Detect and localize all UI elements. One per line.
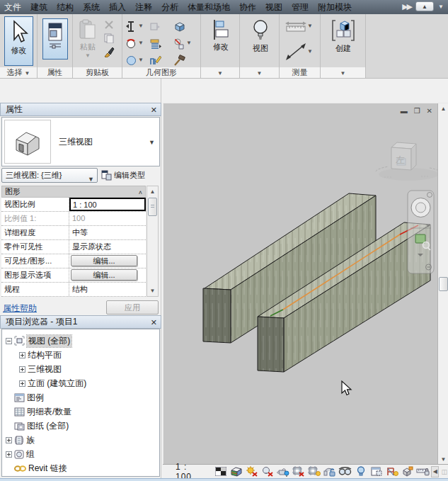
highlight-displacement-sets-icon[interactable] — [401, 465, 414, 477]
viewcube[interactable]: 左 — [376, 142, 438, 181]
properties-palette-header[interactable]: 属性 ✕ — [0, 103, 161, 116]
tab-massing-site[interactable]: 体量和场地 — [188, 1, 230, 13]
sun-path-off-icon[interactable] — [245, 465, 258, 477]
properties-toggle-button[interactable] — [42, 18, 68, 60]
show-rendering-dialog-icon[interactable] — [276, 465, 289, 477]
panel-clipboard-label[interactable]: 剪贴板 — [73, 67, 122, 78]
measure-between-button[interactable]: ▼ — [285, 43, 313, 61]
cut-icon[interactable] — [104, 20, 114, 30]
tab-collaborate[interactable]: 协作 — [239, 1, 256, 13]
expand-icon[interactable] — [19, 380, 25, 387]
visibility-edit-button[interactable]: 编辑... — [71, 255, 137, 266]
scroll-up-icon[interactable]: ▲ — [438, 103, 448, 114]
project-browser-close-icon[interactable]: ✕ — [151, 317, 157, 329]
show-crop-region-icon[interactable] — [307, 465, 321, 477]
reveal-hidden-elements-icon[interactable] — [354, 465, 367, 477]
view-minimize-icon[interactable]: ▬ — [401, 107, 408, 115]
drawing-area[interactable]: 左 ▬ ❐ ✕ ▲ — [163, 103, 448, 464]
hscroll-left-icon[interactable]: ◀ — [431, 466, 439, 477]
create-panel-button[interactable]: 创建 — [328, 16, 358, 66]
modify-panel-button[interactable]: 修改 — [207, 16, 235, 66]
edit-type-button[interactable]: 编辑类型 — [101, 168, 161, 183]
panel-geometry-label[interactable]: 几何图形 — [122, 67, 200, 78]
properties-scrollbar[interactable]: ▲ ▼ — [147, 186, 159, 297]
minimize-ribbon-button[interactable]: ▲ — [415, 1, 434, 11]
viewport-vertical-scrollbar[interactable]: ▲ ▼ — [437, 103, 448, 465]
view-close-icon[interactable]: ✕ — [427, 107, 432, 115]
ribbon-state-caret-icon[interactable]: ▼ — [438, 4, 444, 10]
navigation-bar[interactable] — [408, 191, 434, 273]
tab-addins[interactable]: 附加模块 — [318, 1, 352, 13]
tree-item-3d-views[interactable]: 三维视图 — [2, 362, 159, 376]
paste-button[interactable]: 粘贴 ▼ — [76, 16, 100, 66]
section-graphics[interactable]: 图形 ˄ — [1, 186, 146, 198]
unlocked-3d-view-icon[interactable] — [323, 465, 336, 477]
tab-manage[interactable]: 管理 — [292, 1, 309, 13]
tab-insert[interactable]: 插入 — [109, 1, 126, 13]
join-geometry-button[interactable]: ▼ — [125, 35, 149, 52]
tree-item-structural-plans[interactable]: 结构平面 — [2, 348, 159, 362]
expand-icon[interactable] — [19, 366, 25, 373]
visual-style-icon[interactable] — [229, 465, 243, 477]
parts-visibility-value[interactable]: 显示原状态 — [69, 240, 146, 254]
tree-item-sheets[interactable]: 图纸 (全部) — [2, 419, 159, 433]
panel-view-caret[interactable]: ▼ — [240, 67, 279, 78]
project-browser-header[interactable]: 项目浏览器 - 项目1 ✕ — [0, 315, 161, 329]
properties-scroll-thumb[interactable] — [148, 198, 157, 216]
tab-overflow-icon[interactable]: ▶▶ — [402, 2, 411, 11]
collapse-icon[interactable] — [6, 338, 12, 344]
view-panel-button[interactable]: 视图 — [246, 16, 275, 66]
discipline-value[interactable]: 结构 — [69, 283, 146, 296]
graphic-display-edit-button[interactable]: 编辑... — [71, 269, 137, 281]
crop-view-off-icon[interactable] — [292, 465, 305, 477]
expand-icon[interactable] — [6, 437, 12, 443]
tab-structure[interactable]: 结构 — [57, 1, 74, 13]
tab-systems[interactable]: 系统 — [83, 1, 100, 13]
panel-properties-label[interactable]: 属性 — [38, 67, 72, 78]
panel-select-label[interactable]: 选择 ▼ — [0, 67, 37, 78]
paint-button[interactable] — [173, 18, 197, 35]
reveal-constraints-icon[interactable] — [416, 465, 430, 477]
temporary-view-properties-icon[interactable] — [369, 465, 383, 477]
section-collapse-icon[interactable]: ˄ — [139, 188, 142, 198]
tab-view[interactable]: 视图 — [265, 1, 282, 13]
tab-architecture[interactable]: 建筑 — [30, 1, 47, 13]
split-element-button[interactable] — [149, 52, 173, 69]
show-analytical-model-icon[interactable] — [385, 465, 398, 477]
scroll-down-icon[interactable]: ▼ — [438, 454, 448, 465]
tree-item-families[interactable]: 族 — [2, 433, 159, 447]
detail-level-icon[interactable] — [214, 465, 227, 477]
scroll-up-icon[interactable]: ▲ — [147, 186, 158, 197]
cut-geometry-button[interactable] — [149, 18, 173, 35]
tab-file[interactable]: 文件 — [4, 1, 21, 13]
view-scale-value[interactable]: 1 : 100 — [69, 198, 146, 211]
unjoin-geometry-button[interactable]: ▼ — [173, 35, 197, 52]
shadows-off-icon[interactable] — [260, 465, 274, 477]
tab-analyze[interactable]: 分析 — [161, 1, 178, 13]
type-dropdown-caret-icon[interactable]: ▼ — [149, 139, 155, 146]
tree-item-views[interactable]: 视图 (全部) — [2, 334, 159, 348]
viewport-scroll-thumb[interactable] — [439, 277, 448, 291]
demolish-button[interactable] — [173, 52, 197, 69]
properties-help-link[interactable]: 属性帮助 — [3, 302, 37, 315]
beam-join-button[interactable]: ▼ — [125, 52, 149, 69]
type-selector[interactable]: 三维视图 ▼ — [1, 117, 160, 166]
tree-item-groups[interactable]: 组 — [2, 447, 159, 461]
copy-icon[interactable] — [104, 33, 114, 43]
apply-button[interactable]: 应用 — [106, 300, 159, 315]
measure-dimension-button[interactable]: ▼ — [285, 20, 313, 33]
panel-create-caret[interactable]: ▼ — [321, 67, 365, 78]
tree-item-schedules[interactable]: 明细表/数量 — [2, 404, 159, 419]
properties-close-icon[interactable]: ✕ — [151, 104, 157, 116]
tree-item-elevations[interactable]: 立面 (建筑立面) — [2, 376, 159, 390]
tree-item-revit-links[interactable]: Revit 链接 — [2, 461, 159, 475]
instance-selector-combo[interactable]: 三维视图: {三维} ▼ — [1, 168, 98, 183]
match-type-brush-icon[interactable] — [104, 47, 115, 57]
tree-item-legends[interactable]: 图例 — [2, 390, 159, 404]
scroll-down-icon[interactable]: ▼ — [147, 285, 158, 296]
expand-icon[interactable] — [6, 451, 12, 458]
tab-annotate[interactable]: 注释 — [135, 1, 152, 13]
expand-icon[interactable] — [19, 352, 25, 358]
temporary-hide-isolate-icon[interactable] — [338, 465, 352, 477]
modify-button[interactable]: 修改 — [4, 16, 33, 66]
